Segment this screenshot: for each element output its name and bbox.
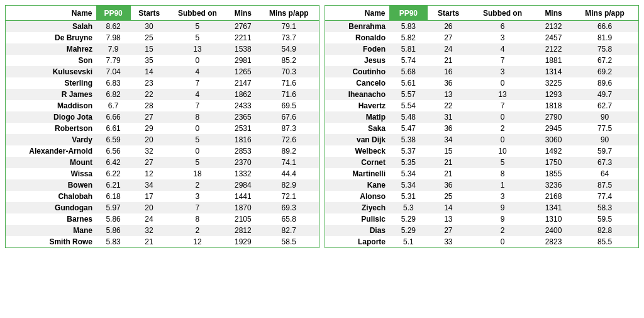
cell-6-1: 5.57 [389,89,428,100]
cell-5-3: 0 [469,77,536,89]
cell-7-4: 2433 [227,100,258,111]
cell-6-1: 6.82 [96,89,130,100]
cell-6-3: 13 [469,89,536,100]
cell-18-0: Dias [325,225,389,236]
cell-16-4: 1870 [227,202,258,213]
col-header-mins-p/app: Mins p/app [259,6,319,21]
cell-4-3: 3 [469,66,536,77]
cell-15-3: 3 [168,191,228,202]
table2-wrapper: NamePP90StartsSubbed onMinsMins p/app Be… [325,5,639,248]
cell-15-0: Chalobah [6,191,96,202]
cell-1-2: 25 [130,32,167,43]
cell-17-4: 2105 [227,213,258,225]
cell-15-2: 25 [428,191,470,202]
cell-12-4: 2370 [227,157,258,168]
cell-11-2: 15 [428,145,470,157]
col-header-pp90: PP90 [389,6,428,21]
col-header-mins: Mins [536,6,571,21]
cell-2-3: 13 [168,43,228,55]
table-row: Foden5.81244212275.8 [325,43,638,55]
cell-10-2: 34 [428,134,470,145]
cell-2-2: 15 [130,43,167,55]
cell-15-4: 2168 [536,191,571,202]
cell-12-3: 5 [168,157,228,168]
cell-7-5: 62.7 [571,100,638,111]
cell-1-0: De Bruyne [6,32,96,43]
table-row: Jesus5.74217188167.2 [325,55,638,66]
cell-5-4: 2147 [227,77,258,89]
cell-8-4: 2790 [536,111,571,123]
table1-header-row: NamePP90StartsSubbed onMinsMins p/app [6,6,319,21]
cell-16-4: 1341 [536,202,571,213]
cell-7-3: 7 [469,100,536,111]
cell-18-5: 82.7 [259,225,319,236]
table1-body: Salah8.62305276779.1De Bruyne7.982552211… [6,21,319,248]
cell-13-4: 1855 [536,168,571,179]
cell-0-2: 30 [130,21,167,33]
table-row: Martinelli5.34218185564 [325,168,638,179]
table-row: Sterling6.83237214771.6 [6,77,319,89]
cell-14-1: 5.34 [389,179,428,191]
cell-3-0: Jesus [325,55,389,66]
table2-body: Benrahma5.83266213266.6Ronaldo5.82273245… [325,21,638,248]
cell-18-3: 2 [469,225,536,236]
cell-5-4: 3225 [536,77,571,89]
cell-15-0: Alonso [325,191,389,202]
cell-11-5: 59.7 [571,145,638,157]
cell-10-5: 90 [571,134,638,145]
cell-15-4: 1441 [227,191,258,202]
table-row: Iheanacho5.571313129349.7 [325,89,638,100]
cell-5-0: Sterling [6,77,96,89]
cell-2-4: 2122 [536,43,571,55]
table-row: Kane5.34361323687.5 [325,179,638,191]
cell-9-5: 77.5 [571,123,638,134]
cell-2-1: 7.9 [96,43,130,55]
cell-7-4: 1818 [536,100,571,111]
cell-15-5: 77.4 [571,191,638,202]
cell-5-1: 5.61 [389,77,428,89]
cell-3-0: Son [6,55,96,66]
cell-12-5: 67.3 [571,157,638,168]
cell-1-3: 3 [469,32,536,43]
table-row: Chalobah6.18173144172.1 [6,191,319,202]
cell-17-0: Pulisic [325,213,389,225]
cell-18-1: 5.29 [389,225,428,236]
cell-16-5: 69.3 [259,202,319,213]
cell-11-4: 2853 [227,145,258,157]
cell-10-4: 3060 [536,134,571,145]
cell-16-1: 5.97 [96,202,130,213]
cell-3-3: 0 [168,55,228,66]
cell-4-5: 70.3 [259,66,319,77]
cell-6-5: 71.6 [259,89,319,100]
cell-19-1: 5.1 [389,236,428,247]
cell-19-5: 85.5 [571,236,638,247]
cell-19-4: 2823 [536,236,571,247]
cell-11-1: 6.56 [96,145,130,157]
cell-12-4: 1750 [536,157,571,168]
cell-4-2: 14 [130,66,167,77]
cell-0-0: Salah [6,21,96,33]
cell-3-2: 21 [428,55,470,66]
table-row: Vardy6.59205181672.6 [6,134,319,145]
cell-8-2: 27 [130,111,167,123]
cell-17-3: 8 [168,213,228,225]
table-row: Benrahma5.83266213266.6 [325,21,638,33]
cell-7-2: 28 [130,100,167,111]
col-header-name: Name [325,6,389,21]
cell-15-3: 3 [469,191,536,202]
table-row: Bowen6.21342298482.9 [6,179,319,191]
cell-13-1: 6.22 [96,168,130,179]
table-row: Havertz5.54227181862.7 [325,100,638,111]
cell-0-1: 5.83 [389,21,428,33]
cell-10-3: 0 [469,134,536,145]
table-row: Mane5.86322281282.7 [6,225,319,236]
cell-17-5: 65.8 [259,213,319,225]
table-row: Mahrez7.91513153854.9 [6,43,319,55]
col-header-subbed-on: Subbed on [469,6,536,21]
cell-16-2: 20 [130,202,167,213]
col-header-mins: Mins [227,6,258,21]
cell-10-2: 20 [130,134,167,145]
cell-17-5: 59.5 [571,213,638,225]
table2: NamePP90StartsSubbed onMinsMins p/app Be… [325,6,638,247]
cell-18-5: 82.8 [571,225,638,236]
